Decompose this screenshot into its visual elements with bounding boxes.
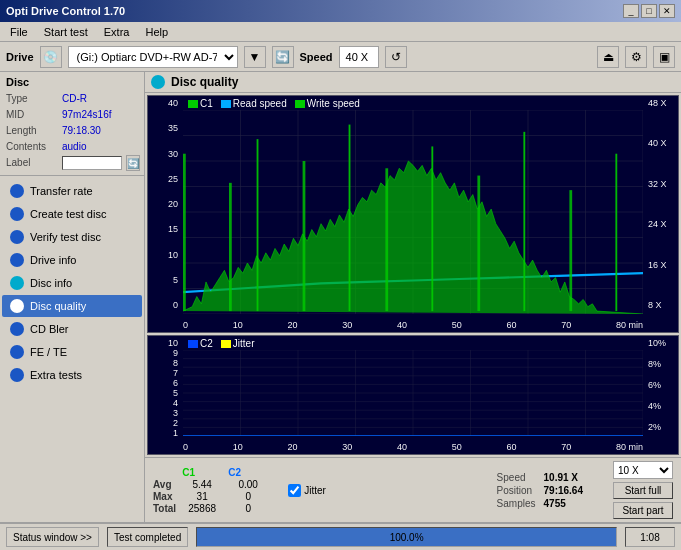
drive-label: Drive	[6, 51, 34, 63]
speed-refresh-icon[interactable]: ↺	[385, 46, 407, 68]
disc-length-row: Length 79:18.30	[6, 123, 138, 139]
stats-row: C1 C2 Avg 5.44 0.00 Max 31 0 Total 25868…	[145, 457, 681, 522]
menu-file[interactable]: File	[4, 25, 34, 39]
nav-label-create-test-disc: Create test disc	[30, 208, 106, 220]
settings-icon[interactable]: ⚙	[625, 46, 647, 68]
sidebar-item-drive-info[interactable]: Drive info	[2, 249, 142, 271]
disc-panel-title: Disc	[6, 76, 138, 88]
svg-rect-25	[523, 132, 525, 311]
sidebar-item-cd-bler[interactable]: CD Bler	[2, 318, 142, 340]
title-bar: Opti Drive Control 1.70 _ □ ✕	[0, 0, 681, 22]
legend-c1-color	[188, 100, 198, 108]
start-full-button[interactable]: Start full	[613, 482, 673, 499]
nav-icon-create-test-disc	[10, 207, 24, 221]
minimize-button[interactable]: _	[623, 4, 639, 18]
type-label: Type	[6, 91, 58, 107]
nav-label-disc-quality: Disc quality	[30, 300, 86, 312]
nav-label-verify-test-disc: Verify test disc	[30, 231, 101, 243]
window-icon[interactable]: ▣	[653, 46, 675, 68]
window-controls: _ □ ✕	[623, 4, 675, 18]
eject-icon[interactable]: ⏏	[597, 46, 619, 68]
start-part-button[interactable]: Start part	[613, 502, 673, 519]
jitter-checkbox-area: Jitter	[288, 484, 326, 497]
legend-jitter: Jitter	[221, 338, 255, 349]
chart-c1: C1 Read speed Write speed 40 35 30	[147, 95, 679, 333]
menu-extra[interactable]: Extra	[98, 25, 136, 39]
contents-value: audio	[62, 139, 86, 155]
drive-info-icon[interactable]: ▼	[244, 46, 266, 68]
disc-type-row: Type CD-R	[6, 91, 138, 107]
chart2-legend: C2 Jitter	[188, 338, 254, 349]
menu-start-test[interactable]: Start test	[38, 25, 94, 39]
mid-value: 97m24s16f	[62, 107, 111, 123]
action-buttons: 10 X Start full Start part	[613, 461, 673, 519]
sidebar-item-extra-tests[interactable]: Extra tests	[2, 364, 142, 386]
type-value: CD-R	[62, 91, 87, 107]
sidebar-item-disc-quality[interactable]: Disc quality	[2, 295, 142, 317]
legend-write-speed-color	[295, 100, 305, 108]
length-value: 79:18.30	[62, 123, 101, 139]
content-area: Disc quality C1 Read speed	[145, 72, 681, 522]
svg-rect-27	[615, 154, 617, 311]
status-completed: Test completed	[107, 527, 188, 547]
content-header-icon	[151, 75, 165, 89]
sidebar-item-create-test-disc[interactable]: Create test disc	[2, 203, 142, 225]
charts-container: C1 Read speed Write speed 40 35 30	[145, 93, 681, 457]
chart2-y-left: 10 9 8 7 6 5 4 3 2 1	[148, 336, 183, 434]
right-stats: Speed 10.91 X Position 79:16.64 Samples …	[497, 472, 583, 509]
chart1-y-left: 40 35 30 25 20 15 10 5 0	[148, 96, 183, 312]
legend-read-speed: Read speed	[221, 98, 287, 109]
speed-label: Speed	[300, 51, 333, 63]
chart1-y-right: 48 X 40 X 32 X 24 X 16 X 8 X	[643, 96, 678, 312]
speed-select[interactable]: 10 X	[613, 461, 673, 479]
speed-value: 40 X	[339, 46, 379, 68]
nav-icon-fe-te	[10, 345, 24, 359]
progress-bar: 100.0%	[196, 527, 617, 547]
svg-rect-26	[569, 190, 572, 311]
drive-select[interactable]: (Gi:) Optiarc DVD+-RW AD-72005 102A	[68, 46, 238, 68]
nav-label-disc-info: Disc info	[30, 277, 72, 289]
nav-label-drive-info: Drive info	[30, 254, 76, 266]
jitter-label: Jitter	[304, 485, 326, 496]
svg-rect-24	[477, 176, 480, 312]
status-window-button[interactable]: Status window >>	[6, 527, 99, 547]
legend-c1: C1	[188, 98, 213, 109]
disc-label-row: Label 🔄	[6, 155, 138, 171]
sidebar-item-disc-info[interactable]: Disc info	[2, 272, 142, 294]
nav-label-transfer-rate: Transfer rate	[30, 185, 93, 197]
svg-rect-22	[385, 168, 388, 311]
jitter-checkbox[interactable]	[288, 484, 301, 497]
nav-icon-extra-tests	[10, 368, 24, 382]
sidebar-item-fe-te[interactable]: FE / TE	[2, 341, 142, 363]
label-key: Label	[6, 155, 58, 171]
nav-icon-verify-test-disc	[10, 230, 24, 244]
sidebar: Disc Type CD-R MID 97m24s16f Length 79:1…	[0, 72, 145, 522]
menu-bar: File Start test Extra Help	[0, 22, 681, 42]
main-area: Disc Type CD-R MID 97m24s16f Length 79:1…	[0, 72, 681, 522]
legend-jitter-color	[221, 340, 231, 348]
legend-c2-color	[188, 340, 198, 348]
svg-rect-19	[257, 139, 259, 311]
mid-label: MID	[6, 107, 58, 123]
nav-icon-disc-quality	[10, 299, 24, 313]
sidebar-item-verify-test-disc[interactable]: Verify test disc	[2, 226, 142, 248]
sidebar-item-transfer-rate[interactable]: Transfer rate	[2, 180, 142, 202]
refresh-icon[interactable]: 🔄	[272, 46, 294, 68]
status-bar: Status window >> Test completed 100.0% 1…	[0, 522, 681, 550]
menu-help[interactable]: Help	[139, 25, 174, 39]
close-button[interactable]: ✕	[659, 4, 675, 18]
toolbar: Drive 💿 (Gi:) Optiarc DVD+-RW AD-72005 1…	[0, 42, 681, 72]
label-input[interactable]	[62, 156, 122, 170]
length-label: Length	[6, 123, 58, 139]
chart1-svg	[183, 110, 643, 314]
time-display: 1:08	[625, 527, 675, 547]
nav-icon-disc-info	[10, 276, 24, 290]
nav-label-fe-te: FE / TE	[30, 346, 67, 358]
stats-table: C1 C2 Avg 5.44 0.00 Max 31 0 Total 25868…	[153, 467, 268, 514]
label-refresh-btn[interactable]: 🔄	[126, 155, 140, 171]
drive-icon: 💿	[40, 46, 62, 68]
disc-contents-row: Contents audio	[6, 139, 138, 155]
disc-panel: Disc Type CD-R MID 97m24s16f Length 79:1…	[0, 72, 144, 176]
maximize-button[interactable]: □	[641, 4, 657, 18]
nav-list: Transfer rate Create test disc Verify te…	[0, 176, 144, 390]
